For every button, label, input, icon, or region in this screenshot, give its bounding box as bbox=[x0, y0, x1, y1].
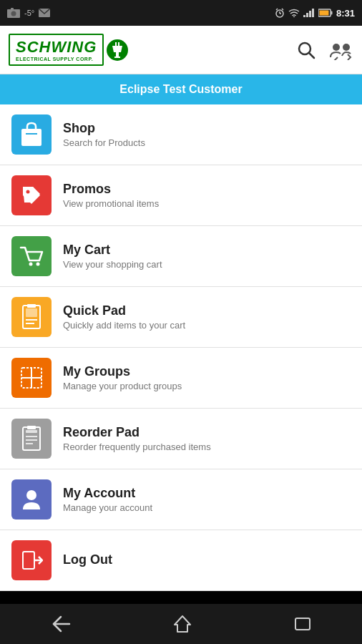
account-subtitle: Manage your account bbox=[63, 502, 152, 513]
svg-rect-13 bbox=[312, 9, 314, 17]
cart-icon-bg bbox=[11, 236, 52, 276]
photo-icon bbox=[7, 8, 20, 18]
svg-rect-45 bbox=[23, 552, 34, 569]
logo-sub: ELECTRICAL SUPPLY CORP. bbox=[16, 57, 93, 62]
mail-icon bbox=[39, 9, 50, 17]
recent-icon bbox=[294, 615, 311, 633]
quickpad-title: Quick Pad bbox=[63, 303, 185, 318]
svg-point-24 bbox=[343, 44, 350, 51]
reorder-icon-bg bbox=[11, 419, 52, 459]
svg-rect-26 bbox=[26, 133, 37, 135]
status-right: 8:31 bbox=[275, 8, 355, 19]
cart-text: My Cart View your shopping cart bbox=[63, 243, 162, 270]
svg-rect-17 bbox=[115, 42, 117, 46]
account-icon bbox=[20, 487, 43, 512]
recent-button[interactable] bbox=[294, 615, 311, 633]
cart-subtitle: View your shopping cart bbox=[63, 259, 162, 270]
svg-point-29 bbox=[36, 263, 40, 266]
svg-rect-2 bbox=[11, 8, 14, 10]
logout-title: Log Out bbox=[63, 552, 112, 567]
back-button[interactable] bbox=[51, 615, 71, 633]
svg-point-23 bbox=[333, 44, 340, 51]
menu-item-groups[interactable]: My Groups Manage your product groups bbox=[0, 348, 362, 409]
account-title: My Account bbox=[63, 486, 152, 501]
customer-name: Eclipse Test Customer bbox=[119, 83, 242, 96]
bag-icon bbox=[20, 122, 43, 147]
time-display: 8:31 bbox=[336, 8, 355, 19]
customer-banner: Eclipse Test Customer bbox=[0, 74, 362, 104]
reorder-title: Reorder Pad bbox=[63, 425, 211, 440]
svg-point-9 bbox=[293, 16, 295, 17]
account-icon-bg bbox=[11, 479, 52, 519]
tag-icon bbox=[20, 184, 43, 207]
search-icon bbox=[296, 40, 316, 60]
temperature: -5° bbox=[24, 9, 34, 17]
svg-rect-39 bbox=[26, 430, 37, 433]
svg-rect-25 bbox=[21, 129, 41, 146]
quickpad-icon bbox=[20, 304, 43, 330]
quickpad-text: Quick Pad Quickly add items to your cart bbox=[63, 303, 185, 331]
bottom-nav bbox=[0, 604, 362, 644]
svg-line-7 bbox=[276, 9, 278, 10]
svg-rect-49 bbox=[295, 618, 310, 630]
svg-rect-11 bbox=[306, 13, 308, 17]
svg-line-8 bbox=[282, 9, 283, 10]
menu-list: Shop Search for Products Promos View pro… bbox=[0, 104, 362, 591]
svg-line-22 bbox=[309, 53, 314, 58]
menu-item-account[interactable]: My Account Manage your account bbox=[0, 469, 362, 530]
shop-title: Shop bbox=[63, 121, 145, 136]
groups-text: My Groups Manage your product groups bbox=[63, 364, 182, 391]
menu-item-shop[interactable]: Shop Search for Products bbox=[0, 104, 362, 165]
logout-icon-bg bbox=[11, 540, 52, 580]
menu-item-promos[interactable]: Promos View promotional items bbox=[0, 165, 362, 226]
svg-point-44 bbox=[26, 490, 36, 500]
home-button[interactable] bbox=[173, 615, 192, 633]
cart-icon bbox=[19, 245, 44, 268]
reorder-subtitle: Reorder frequently purchased items bbox=[63, 441, 211, 452]
reorder-icon bbox=[20, 426, 43, 452]
status-bar: -5° bbox=[0, 0, 362, 26]
promos-subtitle: View promotional items bbox=[63, 198, 159, 209]
svg-rect-15 bbox=[331, 11, 332, 15]
battery-icon bbox=[318, 9, 333, 17]
menu-item-cart[interactable]: My Cart View your shopping cart bbox=[0, 226, 362, 287]
quickpad-icon-bg bbox=[11, 297, 52, 337]
cart-title: My Cart bbox=[63, 243, 162, 258]
svg-rect-16 bbox=[319, 11, 328, 16]
logo-box: SCHWING ELECTRICAL SUPPLY CORP. bbox=[9, 34, 104, 66]
account-switch-button[interactable] bbox=[328, 40, 353, 60]
status-left: -5° bbox=[7, 8, 50, 18]
svg-rect-19 bbox=[116, 52, 119, 57]
shop-icon-bg bbox=[11, 114, 52, 155]
logout-text: Log Out bbox=[63, 552, 112, 569]
groups-title: My Groups bbox=[63, 364, 182, 379]
quickpad-subtitle: Quickly add items to your cart bbox=[63, 320, 185, 331]
back-icon bbox=[51, 615, 71, 633]
svg-rect-43 bbox=[27, 426, 36, 429]
svg-rect-31 bbox=[26, 308, 37, 317]
menu-item-quick-pad[interactable]: Quick Pad Quickly add items to your cart bbox=[0, 287, 362, 348]
wifi-icon bbox=[288, 9, 300, 17]
promos-title: Promos bbox=[63, 182, 159, 197]
svg-rect-34 bbox=[27, 304, 36, 308]
svg-rect-12 bbox=[309, 11, 311, 17]
menu-item-reorder[interactable]: Reorder Pad Reorder frequently purchased… bbox=[0, 409, 362, 469]
svg-rect-18 bbox=[118, 42, 119, 46]
signal-icon bbox=[303, 9, 315, 17]
menu-item-logout[interactable]: Log Out bbox=[0, 530, 362, 591]
svg-rect-20 bbox=[114, 57, 120, 58]
svg-marker-48 bbox=[175, 616, 190, 632]
svg-point-27 bbox=[26, 190, 30, 194]
svg-point-1 bbox=[11, 11, 16, 16]
logo-main: SCHWING bbox=[16, 38, 97, 57]
groups-icon bbox=[19, 366, 44, 390]
account-text: My Account Manage your account bbox=[63, 486, 152, 513]
logo-container: SCHWING ELECTRICAL SUPPLY CORP. bbox=[9, 34, 128, 66]
groups-icon-bg bbox=[11, 358, 52, 398]
promos-text: Promos View promotional items bbox=[63, 182, 159, 209]
toolbar-icons bbox=[296, 40, 353, 60]
promos-icon-bg bbox=[11, 175, 52, 215]
reorder-text: Reorder Pad Reorder frequently purchased… bbox=[63, 425, 211, 452]
search-button[interactable] bbox=[296, 40, 316, 60]
groups-subtitle: Manage your product groups bbox=[63, 381, 182, 391]
